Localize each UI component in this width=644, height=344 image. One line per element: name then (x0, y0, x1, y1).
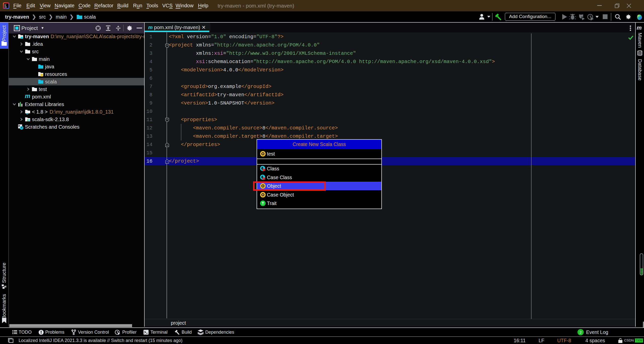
svg-text:IJ: IJ (5, 4, 6, 6)
svg-text:2: 2 (580, 330, 582, 334)
